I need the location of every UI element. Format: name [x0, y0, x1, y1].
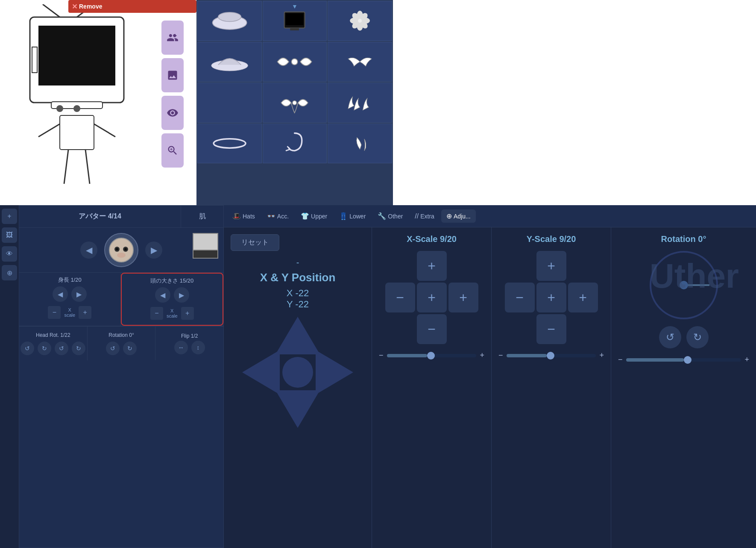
eye-button[interactable]	[161, 96, 184, 130]
left-sidebar-zoom-btn[interactable]: ⊕	[2, 265, 17, 280]
height-decrease-button[interactable]: ◀	[53, 286, 68, 302]
left-sidebar-eye-btn[interactable]: 👁	[2, 246, 17, 262]
dpad-up-button[interactable]	[275, 317, 320, 354]
svg-point-6	[56, 105, 63, 112]
acc-cell-bow2[interactable]	[263, 82, 327, 123]
head-scale-label: Xscale	[167, 308, 178, 318]
image-button[interactable]	[161, 58, 184, 92]
dpad-down-button[interactable]	[275, 390, 320, 428]
height-scale-minus-button[interactable]: −	[48, 306, 61, 319]
svg-point-34	[116, 248, 118, 250]
acc-cell-hook[interactable]	[263, 124, 327, 164]
head-rot-cw-button[interactable]: ↻	[38, 342, 51, 355]
sidebar-button-group	[161, 21, 185, 168]
x-scale-down-button[interactable]: −	[417, 314, 447, 344]
acc-tab-icon: 👓	[267, 212, 275, 220]
tab-adjust[interactable]: ⊕ Adju...	[441, 209, 476, 223]
tab-extra[interactable]: // Extra	[410, 210, 440, 223]
head-rot-cw2-button[interactable]: ↻	[72, 342, 85, 355]
acc-cell-hat-visor[interactable]	[197, 1, 262, 41]
x-scale-right-button[interactable]: +	[448, 283, 478, 312]
rotation-panel-title: Rotation 0°	[661, 234, 706, 244]
x-scale-up-button[interactable]: +	[417, 251, 447, 281]
head-scale-minus-button[interactable]: −	[150, 307, 163, 320]
lower-tab-label: Lower	[349, 213, 366, 220]
remove-bar[interactable]: ✕ Remove	[68, 0, 196, 13]
tab-lower[interactable]: 👖 Lower	[334, 209, 371, 223]
avatar-panel-header: アバター 4/14 肌	[19, 206, 223, 228]
acc-cell-empty1[interactable]	[197, 82, 262, 123]
acc-cell-tv[interactable]: ▼	[263, 1, 327, 41]
svg-line-10	[94, 124, 115, 137]
cross-empty-tr	[448, 251, 478, 281]
add-user-icon	[167, 32, 179, 44]
avatar-next-button[interactable]: ▶	[145, 242, 162, 259]
other-tab-label: Other	[388, 213, 403, 220]
left-sidebar-image-btn[interactable]: 🖼	[2, 227, 17, 243]
claws-icon	[341, 91, 379, 115]
acc-cell-bow[interactable]	[263, 42, 327, 82]
rotation-cw-button[interactable]: ↻	[123, 342, 137, 355]
y-scale-down-button[interactable]: −	[536, 314, 566, 344]
add-user-button[interactable]	[161, 21, 184, 55]
acc-cell-ear1[interactable]	[328, 124, 392, 164]
rotation-ccw-button[interactable]: ↺	[106, 342, 120, 355]
head-size-increase-button[interactable]: ▶	[174, 287, 189, 303]
flip-right-button[interactable]: ↕	[191, 341, 205, 354]
rotation-cw-panel-button[interactable]: ↻	[686, 326, 709, 348]
head-size-decrease-button[interactable]: ◀	[155, 287, 170, 303]
head-scale-plus-button[interactable]: +	[181, 307, 194, 320]
flip-control[interactable]: Flip 1/2 ↔ ↕	[155, 327, 223, 360]
head-rot-ccw2-button[interactable]: ↺	[55, 342, 68, 355]
zoom-icon	[167, 144, 179, 156]
acc-cell-halo[interactable]	[197, 124, 262, 164]
hats-tab-label: Hats	[243, 213, 255, 220]
flip-left-button[interactable]: ↔	[174, 341, 188, 354]
y-scale-right-button[interactable]: +	[568, 283, 598, 312]
avatar-prev-button[interactable]: ◀	[80, 242, 97, 259]
cap-icon	[211, 50, 249, 74]
skin-button[interactable]: 肌	[181, 206, 223, 227]
reset-button[interactable]: リセット	[231, 234, 279, 251]
head-size-arrows: ◀ ▶	[155, 287, 189, 303]
rotation-control[interactable]: Rotation 0° ↺ ↻	[88, 327, 156, 360]
dpad-left-button[interactable]	[242, 350, 280, 395]
x-scale-center-button[interactable]: +	[417, 283, 447, 312]
dpad-right-button[interactable]	[316, 350, 353, 395]
tab-upper[interactable]: 👕 Upper	[296, 209, 332, 223]
svg-line-0	[43, 4, 60, 17]
acc-cell-wings[interactable]	[328, 42, 392, 82]
svg-point-28	[292, 59, 298, 65]
tab-acc[interactable]: 👓 Acc.	[262, 209, 294, 223]
y-scale-left-button[interactable]: −	[505, 283, 535, 312]
remove-x-icon: ✕	[72, 3, 77, 11]
y-scale-slider-track[interactable]	[507, 354, 596, 357]
zoom-button[interactable]	[161, 133, 184, 168]
x-scale-left-button[interactable]: −	[385, 283, 415, 312]
y-scale-up-button[interactable]: +	[536, 251, 566, 281]
lower-tab-icon: 👖	[339, 212, 348, 220]
body-sliders: 身長 1/20 ◀ ▶ − Xscale + 頭の大きさ 15/20 ◀ ▶	[19, 273, 223, 326]
height-increase-button[interactable]: ▶	[71, 286, 87, 302]
y-scale-slider-minus: −	[498, 351, 503, 360]
rotation-slider-track[interactable]	[626, 358, 741, 362]
rotation-arrows: ↺ ↻	[106, 342, 137, 355]
acc-cell-flower[interactable]	[328, 1, 392, 41]
height-scale-plus-button[interactable]: +	[79, 306, 91, 319]
xy-values: X -22 Y -22	[287, 288, 309, 310]
left-sidebar-add-btn[interactable]: +	[2, 209, 17, 224]
svg-line-11	[64, 150, 68, 184]
y-scale-center-button[interactable]: +	[536, 283, 566, 312]
rotation-ccw-panel-button[interactable]: ↺	[659, 326, 681, 348]
tab-other[interactable]: 🔧 Other	[372, 209, 408, 223]
head-rot-ccw-button[interactable]: ↺	[21, 342, 34, 355]
head-rotation-control[interactable]: Head Rot. 1/22 ↺ ↻ ↺ ↻	[19, 327, 88, 360]
tab-hats[interactable]: 🎩 Hats	[227, 209, 260, 223]
visor-hat-icon	[211, 9, 249, 32]
skin-color-selector[interactable]	[193, 233, 218, 259]
dash-separator: -	[296, 258, 299, 268]
x-scale-panel: X-Scale 9/20 + − + + − −	[372, 227, 491, 548]
acc-cell-hat2[interactable]	[197, 42, 262, 82]
acc-cell-claws[interactable]	[328, 82, 392, 123]
x-scale-slider-track[interactable]	[387, 354, 477, 357]
